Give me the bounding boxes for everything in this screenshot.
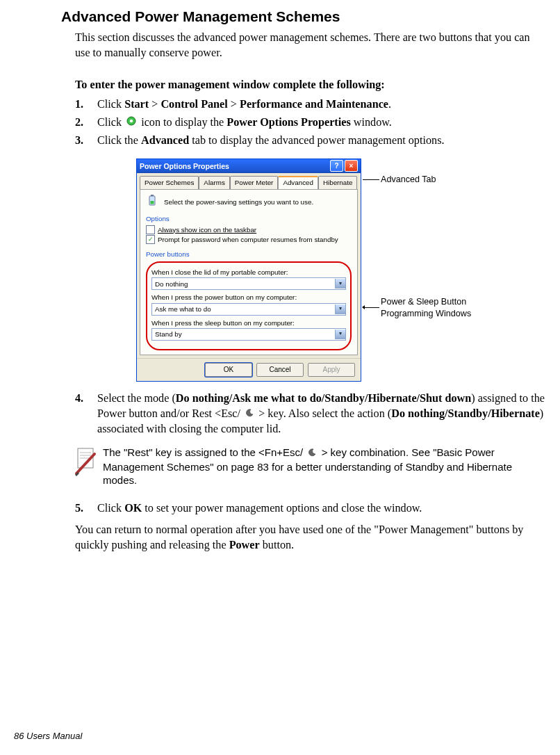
options-label: Options	[146, 214, 352, 223]
step-number: 3.	[75, 133, 97, 149]
svg-point-1	[130, 120, 133, 123]
intro-paragraph: This section discusses the advanced powe…	[75, 31, 546, 61]
sleep-button-label: When I press the sleep button on my comp…	[151, 318, 346, 327]
sleep-button-select[interactable]: Stand by ▾	[151, 328, 346, 341]
steps-list-3: 5. Click OK to set your power management…	[75, 501, 546, 517]
sub-heading: To enter the power management window com…	[75, 78, 546, 93]
apply-button[interactable]: Apply	[308, 363, 355, 377]
step-3: 3. Click the Advanced tab to display the…	[75, 133, 546, 149]
svg-rect-3	[151, 195, 154, 196]
power-button-label: When I press the power button on my comp…	[151, 293, 346, 302]
svg-rect-4	[151, 201, 154, 204]
step-body: Click icon to display the Power Options …	[97, 115, 546, 131]
steps-list-2: 4. Select the mode (Do nothing/Ask me wh…	[75, 391, 546, 437]
option-prompt-password[interactable]: ✓ Prompt for password when computer resu…	[146, 235, 352, 244]
leader-line-icon	[363, 179, 379, 180]
chevron-down-icon[interactable]: ▾	[335, 305, 345, 314]
help-icon[interactable]: ?	[330, 160, 343, 172]
step-body: Select the mode (Do nothing/Ask me what …	[97, 391, 546, 437]
step-1: 1. Click Start > Control Panel > Perform…	[75, 97, 546, 113]
figure-callouts: Advanced Tab Power & Sleep Button Progra…	[361, 159, 546, 382]
power-buttons-label: Power buttons	[146, 250, 352, 259]
callout-advanced-tab: Advanced Tab	[379, 174, 436, 186]
step-5: 5. Click OK to set your power management…	[75, 501, 546, 517]
note-block: The "Rest" key is assigned to the <Fn+Es…	[74, 446, 546, 487]
step-number: 4.	[75, 391, 97, 437]
power-options-dialog: Power Options Properties ? × Power Schem…	[136, 159, 361, 382]
power-options-icon	[126, 115, 136, 131]
callout-power-sleep: Power & Sleep Button Programming Windows	[379, 296, 506, 320]
power-buttons-group: When I close the lid of my portable comp…	[146, 261, 352, 350]
dialog-hint: Select the power-saving settings you wan…	[146, 194, 352, 210]
step-2: 2. Click icon to display the Power Optio…	[75, 115, 546, 131]
closing-paragraph: You can return to normal operation after…	[75, 523, 546, 553]
step-body: Click Start > Control Panel > Performanc…	[97, 97, 546, 113]
step-body: Click OK to set your power management op…	[97, 501, 546, 517]
dialog-title: Power Options Properties	[140, 161, 329, 171]
steps-list-1: 1. Click Start > Control Panel > Perform…	[75, 97, 546, 149]
step-number: 5.	[75, 501, 97, 517]
step-body: Click the Advanced tab to display the ad…	[97, 133, 546, 149]
step-number: 2.	[75, 115, 97, 131]
checkbox-icon[interactable]: ✓	[146, 235, 155, 244]
section-title: Advanced Power Management Schemes	[61, 7, 546, 26]
chevron-down-icon[interactable]: ▾	[335, 330, 345, 339]
page-content: Advanced Power Management Schemes This s…	[0, 0, 560, 567]
moon-icon	[308, 446, 316, 460]
leader-arrow-icon	[363, 307, 379, 308]
ok-button[interactable]: OK	[205, 363, 252, 377]
tab-alarms[interactable]: Alarms	[199, 176, 229, 189]
lid-close-select[interactable]: Do nothing ▾	[151, 277, 346, 290]
tab-hibernate[interactable]: Hibernate	[318, 176, 357, 189]
dialog-button-row: OK Cancel Apply	[137, 358, 361, 381]
close-icon[interactable]: ×	[345, 160, 358, 172]
dialog-titlebar: Power Options Properties ? ×	[137, 159, 361, 173]
cancel-button[interactable]: Cancel	[256, 363, 304, 377]
power-button-select[interactable]: Ask me what to do ▾	[151, 303, 346, 316]
tab-power-meter[interactable]: Power Meter	[230, 176, 279, 189]
dialog-body: Select the power-saving settings you wan…	[140, 189, 358, 355]
note-text: The "Rest" key is assigned to the <Fn+Es…	[103, 446, 546, 487]
tab-power-schemes[interactable]: Power Schemes	[140, 176, 199, 189]
step-number: 1.	[75, 97, 97, 113]
chevron-down-icon[interactable]: ▾	[335, 279, 345, 289]
checkbox-icon[interactable]	[146, 225, 155, 234]
moon-icon	[245, 407, 254, 422]
step-4: 4. Select the mode (Do nothing/Ask me wh…	[75, 391, 546, 437]
note-icon	[74, 446, 103, 487]
figure-power-options: Power Options Properties ? × Power Schem…	[136, 159, 546, 382]
option-show-icon[interactable]: Always show icon on the taskbar	[146, 225, 352, 234]
battery-icon	[146, 194, 160, 210]
tab-advanced[interactable]: Advanced	[278, 176, 318, 189]
dialog-tabs: Power Schemes Alarms Power Meter Advance…	[137, 173, 361, 189]
lid-close-label: When I close the lid of my portable comp…	[151, 268, 346, 277]
